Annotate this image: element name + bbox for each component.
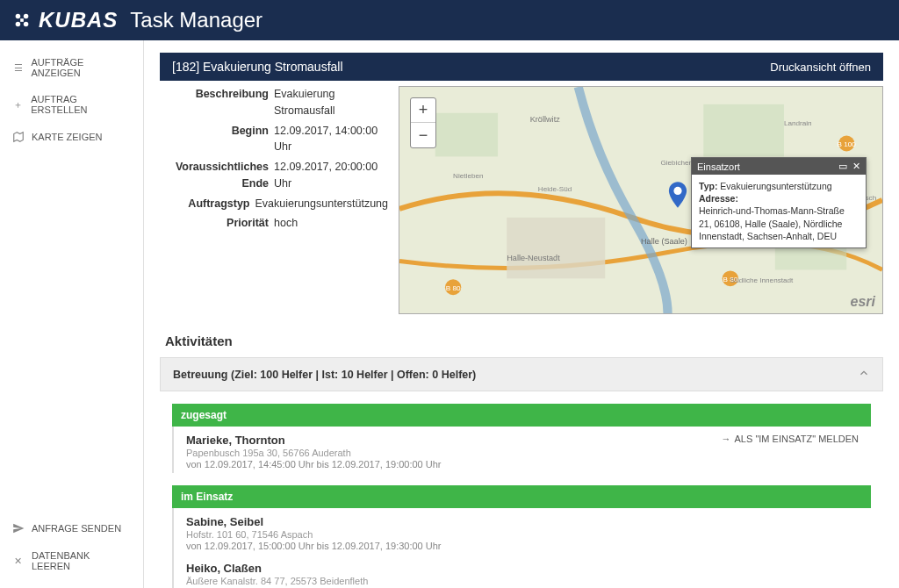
app-title: Task Manager <box>130 8 263 32</box>
svg-text:Kröllwitz: Kröllwitz <box>530 115 561 124</box>
detail-value: Evakuierung Stromausfall <box>274 86 388 119</box>
logo-text: KUBAS <box>39 8 118 32</box>
helper-time: von 12.09.2017, 15:00:00 Uhr bis 12.09.2… <box>186 541 859 551</box>
svg-point-25 <box>673 187 681 195</box>
helper-address: Äußere Kanalstr. 84 77, 25573 Beidenflet… <box>186 576 859 586</box>
close-icon: ✕ <box>12 555 25 567</box>
svg-rect-6 <box>435 113 498 157</box>
helper-row: Sabine, Seibel Hofstr. 101 60, 71546 Asp… <box>172 508 871 555</box>
map-popup-body: Typ: Evakuierungsunterstützung Adresse: … <box>692 175 866 247</box>
plus-icon: ＋ <box>12 98 24 111</box>
logo: KUBAS <box>12 8 118 32</box>
status-bar-im-einsatz: im Einsatz <box>172 485 871 508</box>
content-area: [182] Evakuierung Stromausfall Druckansi… <box>144 40 899 588</box>
zoom-in-button[interactable]: + <box>411 98 435 123</box>
detail-label: Beginn <box>160 123 274 156</box>
task-title: [182] Evakuierung Stromausfall <box>172 60 343 74</box>
sidebar-item-label: AUFTRÄGE ANZEIGEN <box>31 57 131 78</box>
popup-close-icon[interactable]: ✕ <box>852 161 860 172</box>
svg-text:Nietleben: Nietleben <box>453 172 483 180</box>
task-details: BeschreibungEvakuierung Stromausfall Beg… <box>160 86 388 314</box>
svg-point-1 <box>24 14 29 19</box>
detail-label: Voraussichtliches Ende <box>160 159 274 192</box>
map[interactable]: B 80 B 80 B 100 Kröllwitz Nietleben Heid… <box>399 86 883 314</box>
helper-address: Hofstr. 101 60, 71546 Aspach <box>186 529 859 540</box>
activity-accordion[interactable]: Betreuung (Ziel: 100 Helfer | Ist: 10 He… <box>160 357 883 391</box>
svg-rect-4 <box>20 18 24 22</box>
arrow-right-icon: → <box>722 434 731 444</box>
detail-label: Beschreibung <box>160 86 274 119</box>
detail-label: Priorität <box>160 215 274 232</box>
svg-text:Halle (Saale): Halle (Saale) <box>641 237 687 246</box>
map-zoom-controls: + − <box>410 97 436 148</box>
svg-rect-9 <box>507 218 605 278</box>
activities-title: Aktivitäten <box>165 333 883 348</box>
map-popup-title: Einsatzort <box>697 161 740 172</box>
svg-rect-7 <box>703 104 784 157</box>
sidebar-item-clear-db[interactable]: ✕ DATENBANK LEEREN <box>0 542 143 579</box>
sidebar-item-label: AUFTRAG ERSTELLEN <box>31 94 131 115</box>
detail-value: 12.09.2017, 14:00:00 Uhr <box>274 123 388 156</box>
svg-text:B 80: B 80 <box>446 284 461 292</box>
accordion-label: Betreuung (Ziel: 100 Helfer | Ist: 10 He… <box>173 369 476 381</box>
svg-point-3 <box>24 22 29 27</box>
map-icon <box>12 131 25 143</box>
send-icon <box>12 522 25 534</box>
zoom-out-button[interactable]: − <box>411 123 435 147</box>
detail-value: 12.09.2017, 20:00:00 Uhr <box>274 159 388 192</box>
helper-name: Marieke, Thornton <box>186 434 722 447</box>
svg-text:Südliche Innenstadt: Südliche Innenstadt <box>730 276 794 284</box>
logo-icon <box>12 11 32 30</box>
detail-value: Evakuierungsunterstützung <box>255 196 388 212</box>
print-link[interactable]: Druckansicht öffnen <box>770 61 871 74</box>
helper-row: Marieke, Thornton Papenbusch 195a 30, 56… <box>172 427 871 473</box>
helper-name: Sabine, Seibel <box>186 515 859 528</box>
svg-text:Halle-Neustadt: Halle-Neustadt <box>507 255 560 263</box>
svg-text:B 100: B 100 <box>838 141 857 149</box>
svg-point-0 <box>16 14 21 19</box>
app-header: KUBAS Task Manager <box>0 0 899 40</box>
detail-value: hoch <box>274 215 388 232</box>
chevron-up-icon <box>858 367 870 382</box>
sidebar-item-send-request[interactable]: ANFRAGE SENDEN <box>0 514 143 542</box>
list-icon: ☰ <box>12 61 24 74</box>
helper-time: von 12.09.2017, 14:45:00 Uhr bis 12.09.2… <box>186 459 722 470</box>
helper-row: Heiko, Claßen Äußere Kanalstr. 84 77, 25… <box>172 555 871 588</box>
sidebar-item-tasks[interactable]: ☰ AUFTRÄGE ANZEIGEN <box>0 49 143 86</box>
helper-name: Heiko, Claßen <box>186 562 859 575</box>
map-popup: Einsatzort ▭ ✕ Typ: Evakuierungsunterstü… <box>691 157 867 248</box>
helper-address: Papenbusch 195a 30, 56766 Auderath <box>186 448 722 458</box>
sidebar-item-label: ANFRAGE SENDEN <box>32 523 121 534</box>
svg-point-2 <box>16 22 21 27</box>
sidebar-item-label: DATENBANK LEEREN <box>32 550 131 571</box>
map-attribution: esri <box>851 294 875 310</box>
sidebar-item-map[interactable]: KARTE ZEIGEN <box>0 123 143 151</box>
sidebar-item-label: KARTE ZEIGEN <box>32 132 102 142</box>
detail-label: Auftragstyp <box>160 196 255 212</box>
mark-in-use-button[interactable]: → ALS "IM EINSATZ" MELDEN <box>722 434 859 444</box>
task-header: [182] Evakuierung Stromausfall Druckansi… <box>160 53 883 81</box>
map-pin-icon[interactable] <box>668 182 687 211</box>
popup-maximize-icon[interactable]: ▭ <box>838 161 847 172</box>
status-bar-zugesagt: zugesagt <box>172 404 871 427</box>
map-popup-header: Einsatzort ▭ ✕ <box>692 158 866 175</box>
svg-text:Landrain: Landrain <box>784 119 812 127</box>
sidebar: ☰ AUFTRÄGE ANZEIGEN ＋ AUFTRAG ERSTELLEN … <box>0 40 144 588</box>
sidebar-item-create-task[interactable]: ＋ AUFTRAG ERSTELLEN <box>0 86 143 123</box>
svg-text:Heide-Süd: Heide-Süd <box>538 185 572 193</box>
